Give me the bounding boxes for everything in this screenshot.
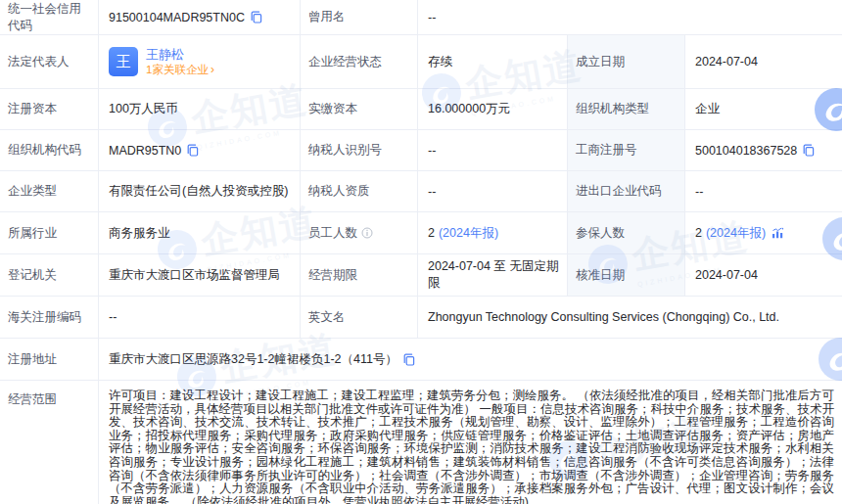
label-reg-number: 工商注册号: [568, 130, 685, 171]
chevron-right-icon: ›: [210, 64, 214, 75]
staff-count: 2: [428, 226, 435, 240]
label-term: 经营期限: [301, 254, 418, 297]
value-reg-capital: 100万人民币: [99, 89, 301, 130]
trend-chart-icon[interactable]: [772, 227, 784, 239]
label-company-type: 企业类型: [0, 171, 99, 212]
value-credit-code-cell: 91500104MADR95TN0C: [99, 0, 301, 35]
staff-annual-report-link[interactable]: (2024年报): [439, 225, 498, 242]
label-status: 企业经营状态: [301, 35, 418, 89]
label-former-name: 曾用名: [301, 0, 418, 35]
value-former-name: --: [418, 0, 842, 35]
copy-icon[interactable]: [803, 144, 815, 157]
label-org-type: 组织机构类型: [568, 89, 685, 130]
value-org-code-cell: MADR95TN0: [99, 130, 301, 171]
value-taxpayer-qual: --: [418, 171, 568, 212]
company-info-table: 统一社会信用代码 91500104MADR95TN0C 曾用名 -- 法定代表人…: [0, 0, 842, 504]
legal-rep-avatar[interactable]: 王: [109, 47, 138, 76]
credit-code-value: 91500104MADR95TN0C: [109, 11, 245, 24]
value-insured-cell: 2 (2024年报): [685, 212, 842, 254]
value-reg-number-cell: 500104018367528: [685, 130, 842, 171]
value-staff-cell: 2 (2024年报): [418, 212, 568, 254]
value-org-type: 企业: [685, 89, 842, 130]
label-reg-capital: 注册资本: [0, 89, 99, 130]
value-industry: 商务服务业: [99, 212, 301, 254]
reg-number-value: 500104018367528: [695, 144, 797, 158]
label-customs-code: 海关注册编码: [0, 297, 99, 339]
label-ie-code: 进出口企业代码: [568, 171, 685, 212]
related-companies-text: 1家关联企业: [146, 63, 209, 76]
label-approval-date: 核准日期: [568, 254, 685, 297]
value-approval-date: 2024-07-04: [685, 254, 842, 297]
value-business-scope: 许可项目：建设工程设计；建设工程施工；建设工程监理；建筑劳务分包；测绘服务。 （…: [99, 381, 842, 504]
label-credit-code: 统一社会信用代码: [0, 0, 99, 35]
label-staff-cell: 员工人数: [301, 212, 418, 254]
value-customs-code: --: [99, 297, 301, 339]
legal-rep-name-link[interactable]: 王静松: [146, 47, 214, 63]
insured-annual-report-link[interactable]: (2024年报): [706, 225, 766, 242]
value-company-type: 有限责任公司(自然人投资或控股): [99, 171, 301, 212]
value-est-date: 2024-07-04: [685, 35, 842, 89]
label-insured: 参保人数: [568, 212, 685, 254]
label-taxpayer-id: 纳税人识别号: [301, 130, 418, 171]
info-icon[interactable]: [361, 227, 373, 239]
value-reg-address-cell: 重庆市大渡口区思源路32号1-2幢裙楼负1-2（411号）: [99, 339, 842, 381]
label-legal-rep: 法定代表人: [0, 35, 99, 89]
copy-icon[interactable]: [187, 144, 199, 157]
value-term: 2024-07-04 至 无固定期限: [418, 254, 568, 297]
value-english-name: Zhongyun Technology Consulting Services …: [418, 297, 842, 339]
label-paid-capital: 实缴资本: [301, 89, 418, 130]
label-taxpayer-qual: 纳税人资质: [301, 171, 418, 212]
value-paid-capital: 16.000000万元: [418, 89, 568, 130]
copy-icon[interactable]: [403, 353, 415, 366]
label-reg-address: 注册地址: [0, 339, 99, 381]
label-reg-authority: 登记机关: [0, 254, 99, 297]
insured-count: 2: [695, 226, 702, 240]
label-industry: 所属行业: [0, 212, 99, 254]
value-legal-rep-cell: 王 王静松 1家关联企业 ›: [99, 35, 301, 89]
label-scope: 经营范围: [0, 381, 99, 504]
staff-label: 员工人数: [308, 225, 357, 242]
value-ie-code: --: [685, 171, 842, 212]
value-taxpayer-id: --: [418, 130, 568, 171]
value-status: 存续: [418, 35, 568, 89]
org-code-value: MADR95TN0: [109, 144, 181, 158]
reg-address-value: 重庆市大渡口区思源路32号1-2幢裙楼负1-2（411号）: [109, 351, 398, 368]
value-reg-authority: 重庆市大渡口区市场监督管理局: [99, 254, 301, 297]
related-companies-link[interactable]: 1家关联企业 ›: [146, 63, 214, 76]
label-org-code: 组织机构代码: [0, 130, 99, 171]
copy-icon[interactable]: [251, 11, 262, 23]
label-english-name: 英文名: [301, 297, 418, 339]
label-est-date: 成立日期: [568, 35, 685, 89]
company-info-page: 统一社会信用代码 91500104MADR95TN0C 曾用名 -- 法定代表人…: [0, 0, 842, 504]
